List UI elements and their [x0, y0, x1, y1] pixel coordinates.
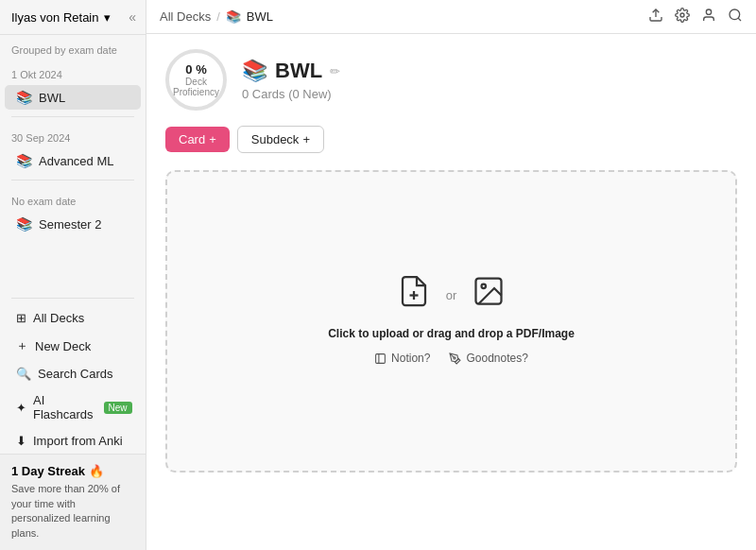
- svg-point-2: [706, 9, 711, 14]
- settings-icon[interactable]: [675, 8, 690, 26]
- breadcrumb-deck-icon: 📚: [226, 9, 241, 24]
- main-content: All Decks / 📚 BWL 0 % Deck Proficiency: [146, 0, 756, 550]
- sidebar-item-label-advanced-ml: Advanced ML: [39, 154, 114, 168]
- notion-link[interactable]: Notion?: [374, 352, 430, 365]
- search-cards-icon: 🔍: [16, 367, 31, 381]
- upload-icons-row: or: [397, 274, 507, 316]
- sidebar-item-ai-flashcards[interactable]: ✦ AI Flashcards New: [5, 388, 141, 426]
- search-icon[interactable]: [728, 8, 743, 26]
- sidebar-bottom-divider: [11, 298, 134, 299]
- card-button-label: Card: [179, 132, 205, 146]
- sidebar-item-advanced-ml[interactable]: 📚 Advanced ML: [5, 148, 141, 173]
- svg-rect-9: [376, 353, 386, 363]
- goodnotes-link[interactable]: Goodnotes?: [449, 352, 527, 365]
- deck-icon-semester-2: 📚: [16, 216, 32, 232]
- goodnotes-label: Goodnotes?: [466, 352, 527, 365]
- streak-footer: 1 Day Streak 🔥 Save more than 20% of you…: [0, 454, 146, 550]
- svg-point-3: [730, 9, 740, 20]
- search-cards-label: Search Cards: [38, 367, 112, 381]
- svg-line-4: [738, 18, 741, 21]
- svg-point-1: [680, 13, 684, 17]
- section-date-1: 1 Okt 2024: [0, 60, 146, 84]
- deck-title-row: 📚 BWL ✏: [242, 59, 737, 83]
- sidebar-divider-2: [11, 180, 134, 180]
- user-chevron: ▾: [104, 10, 111, 25]
- user-name: Ilyas von Retain: [11, 10, 99, 25]
- import-anki-label: Import from Anki: [33, 434, 123, 448]
- section-date-3: No exam date: [0, 186, 146, 211]
- section-date-2: 30 Sep 2024: [0, 123, 146, 147]
- upload-file-icon: [397, 274, 431, 316]
- sidebar-divider-1: [11, 116, 134, 117]
- upload-icon[interactable]: [648, 8, 663, 26]
- new-deck-icon: ＋: [16, 337, 28, 354]
- deck-icon-advanced-ml: 📚: [16, 153, 32, 168]
- add-subdeck-button[interactable]: Subdeck +: [237, 126, 324, 153]
- sidebar-item-new-deck[interactable]: ＋ New Deck: [5, 333, 141, 359]
- sidebar-item-semester-2[interactable]: 📚 Semester 2: [5, 212, 141, 236]
- deck-cards-count: 0 Cards (0 New): [242, 87, 737, 101]
- upload-image-icon: [472, 274, 506, 316]
- svg-point-8: [482, 284, 487, 289]
- proficiency-circle: 0 % Deck Proficiency: [165, 49, 227, 111]
- upload-text: Click to upload or drag and drop a PDF/I…: [328, 327, 575, 340]
- deck-header: 0 % Deck Proficiency 📚 BWL ✏ 0 Cards (0 …: [146, 34, 756, 118]
- sidebar-item-search-cards[interactable]: 🔍 Search Cards: [5, 362, 141, 386]
- all-decks-icon: ⊞: [16, 311, 26, 325]
- sidebar-item-import-anki[interactable]: ⬇ Import from Anki: [5, 429, 141, 453]
- streak-description: Save more than 20% of your time with per…: [11, 482, 134, 541]
- upload-footer: Notion? Goodnotes?: [374, 340, 528, 369]
- sidebar: Ilyas von Retain ▾ « Grouped by exam dat…: [0, 0, 146, 550]
- streak-title: 1 Day Streak 🔥: [11, 464, 134, 478]
- profile-icon[interactable]: [701, 8, 716, 26]
- proficiency-percent: 0 %: [185, 62, 206, 77]
- all-decks-label: All Decks: [33, 311, 84, 325]
- sidebar-header: Ilyas von Retain ▾ «: [0, 0, 146, 35]
- deck-info: 📚 BWL ✏ 0 Cards (0 New): [242, 59, 737, 101]
- upload-text-bold: Click to upload: [328, 327, 409, 340]
- ai-flashcards-icon: ✦: [16, 401, 26, 415]
- upload-area[interactable]: or Click to upload or drag and drop a PD…: [165, 170, 737, 473]
- topbar: All Decks / 📚 BWL: [146, 0, 756, 34]
- subdeck-button-label: Subdeck: [251, 132, 300, 146]
- breadcrumb: All Decks / 📚 BWL: [160, 9, 273, 24]
- ai-flashcards-badge: New: [104, 402, 132, 414]
- topbar-icons: [648, 8, 743, 26]
- proficiency-sublabel: Proficiency: [173, 87, 219, 97]
- sidebar-item-all-decks[interactable]: ⊞ All Decks: [5, 306, 141, 330]
- upload-area-container: or Click to upload or drag and drop a PD…: [146, 161, 756, 550]
- upload-text-rest: or drag and drop a PDF/Image: [409, 327, 575, 340]
- svg-point-11: [454, 356, 455, 358]
- breadcrumb-deck-name: BWL: [247, 9, 273, 24]
- ai-flashcards-label: AI Flashcards: [33, 393, 94, 421]
- sidebar-bottom-nav: ⊞ All Decks ＋ New Deck 🔍 Search Cards ✦ …: [0, 292, 146, 454]
- import-anki-icon: ⬇: [16, 434, 26, 448]
- sidebar-user[interactable]: Ilyas von Retain ▾: [11, 10, 111, 25]
- deck-actions: Card + Subdeck +: [146, 118, 756, 161]
- breadcrumb-all-decks[interactable]: All Decks: [160, 9, 211, 24]
- upload-or-text: or: [446, 288, 457, 302]
- sidebar-collapse-button[interactable]: «: [129, 9, 136, 25]
- subdeck-plus-icon: +: [302, 132, 310, 146]
- proficiency-label: Deck: [185, 77, 207, 87]
- breadcrumb-separator: /: [216, 9, 220, 24]
- deck-title: 📚 BWL: [242, 59, 322, 83]
- deck-edit-icon[interactable]: ✏: [330, 64, 340, 78]
- deck-icon-bwl: 📚: [16, 90, 32, 105]
- sidebar-item-bwl[interactable]: 📚 BWL: [5, 85, 141, 110]
- card-plus-icon: +: [209, 132, 216, 146]
- grouped-label: Grouped by exam date: [0, 35, 146, 60]
- sidebar-item-label-semester-2: Semester 2: [39, 217, 101, 232]
- sidebar-item-label-bwl: BWL: [39, 91, 65, 105]
- new-deck-label: New Deck: [35, 339, 91, 353]
- deck-title-icon: 📚: [242, 59, 267, 83]
- add-card-button[interactable]: Card +: [165, 127, 230, 152]
- notion-label: Notion?: [391, 352, 430, 365]
